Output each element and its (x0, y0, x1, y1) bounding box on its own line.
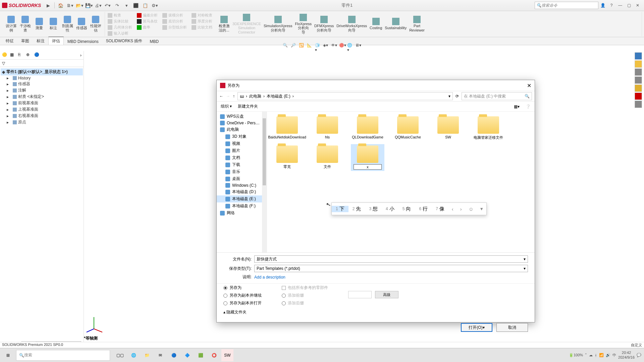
taskpane-library-icon[interactable] (635, 68, 642, 76)
new-icon[interactable]: 🗎▾ (66, 1, 74, 9)
start-button[interactable]: ⊞ (0, 348, 16, 362)
nav-fwd-icon[interactable]: → (226, 94, 230, 99)
hide-folders-toggle[interactable]: ▴ 隐藏文件夹 (223, 308, 262, 316)
minimize-icon[interactable]: — (616, 2, 624, 9)
app-icon-2[interactable]: 🔷 (181, 349, 193, 361)
tree-item[interactable]: ▸ 注解 (1, 87, 83, 94)
ribbon-button[interactable]: SimulationXpress 分析向导 (262, 15, 294, 33)
close-icon[interactable]: ✕ (634, 2, 641, 9)
undo-icon[interactable]: ↶▾ (104, 1, 112, 9)
battery-icon[interactable]: 🔋100% (569, 353, 583, 357)
ribbon-item[interactable]: 分型线分析 (162, 24, 187, 30)
fm-tab-dim-icon[interactable]: ⊕ (26, 52, 32, 58)
nav-item[interactable]: 3D 对象 (217, 133, 267, 140)
advanced-button[interactable]: 高级 (375, 291, 398, 298)
command-tab[interactable]: SOLIDWORKS 插件 (102, 37, 146, 45)
nav-item[interactable]: 音乐 (217, 168, 267, 175)
nav-item[interactable]: 视频 (217, 140, 267, 147)
bluetooth-icon[interactable]: ᚼ (595, 353, 597, 357)
fm-tab-prop-icon[interactable]: ▦ (10, 52, 16, 58)
ribbon-item[interactable]: 底切分析 (162, 18, 187, 24)
user-icon[interactable]: 👤 (599, 2, 606, 9)
tree-item[interactable]: ▸ 传感器 (1, 81, 83, 87)
ribbon-button[interactable]: 传感器 (74, 17, 89, 31)
ime-control[interactable]: › (457, 206, 465, 212)
view-mode-icon[interactable]: ▦▾ (514, 104, 520, 109)
tree-item[interactable]: ▸ 上视基准面 (1, 106, 83, 113)
dialog-search-input[interactable]: 在 本地磁盘 (E:) 中搜索 🔍 (462, 92, 532, 100)
tree-item[interactable]: ▸ 前视基准面 (1, 100, 83, 106)
settings-icon[interactable]: ⚙▾ (151, 1, 159, 9)
taskpane-explorer-icon[interactable] (635, 76, 642, 84)
ime-control[interactable]: ‹ (448, 206, 457, 212)
nav-item[interactable]: 本地磁盘 (E:) (217, 195, 267, 202)
app-icon-4[interactable]: ⭕ (208, 349, 220, 361)
folder-item[interactable]: 电脑管家迁移文件 (472, 115, 505, 141)
ribbon-item[interactable]: 对称检查 (191, 12, 213, 18)
wifi-icon[interactable]: 📶 (599, 353, 604, 357)
nav-scrollbar[interactable] (262, 112, 267, 252)
dialog-help-icon[interactable]: ❔ (526, 104, 531, 109)
fm-tab-tree-icon[interactable]: 🟡 (2, 52, 8, 58)
folder-item-renaming[interactable]: x (351, 144, 384, 171)
section-view-icon[interactable]: 📐 (307, 43, 313, 49)
organize-menu[interactable]: 组织 ▾ (221, 104, 232, 109)
refresh-icon[interactable]: ⟳ (455, 94, 459, 99)
options-icon[interactable]: 📋 (141, 1, 149, 9)
ribbon-button[interactable]: 性能评 估 (89, 15, 103, 33)
command-tab[interactable]: 特征 (2, 37, 17, 45)
new-folder-button[interactable]: 新建文件夹 (238, 104, 258, 109)
ribbon-button[interactable]: 检查激 活的... (217, 15, 231, 33)
nav-item[interactable]: Windows (C:) (217, 182, 267, 188)
nav-item[interactable]: WPS云盘 (217, 113, 267, 120)
fm-filter-row[interactable]: ▽ (0, 60, 84, 67)
tree-item[interactable]: ▸ History (1, 75, 83, 81)
view-settings-icon[interactable]: 🖥▾ (355, 43, 361, 49)
ribbon-item[interactable]: 厚度分析 (191, 18, 213, 24)
nav-item[interactable]: 图片 (217, 147, 267, 154)
ribbon-button[interactable]: 3DEXPERIENCE Simulation Connector (231, 13, 262, 35)
ribbon-item[interactable]: 比较文档 (191, 24, 213, 30)
volume-icon[interactable]: 🔊 (606, 353, 610, 357)
nav-back-icon[interactable]: ← (219, 94, 223, 99)
fm-tab-config-icon[interactable]: ⎘ (18, 52, 24, 58)
folder-item[interactable]: QLDownloadGame (351, 115, 384, 141)
explorer-icon[interactable]: 📁 (141, 349, 153, 361)
nav-item[interactable]: OneDrive - Pers… (217, 120, 267, 126)
folder-item[interactable]: BaiduNetdiskDownload (270, 115, 304, 141)
caret-icon[interactable]: ▶ (44, 1, 52, 9)
dialog-close-icon[interactable]: ✕ (527, 82, 531, 89)
ribbon-item[interactable]: 偏差分析 (136, 12, 158, 18)
select-icon[interactable]: ▾ (122, 1, 130, 9)
print-icon[interactable]: 🖨▾ (94, 1, 102, 9)
cloud-icon[interactable]: ☁ (589, 353, 593, 357)
ime-candidate[interactable]: 2 先 (348, 206, 365, 212)
rebuild-icon[interactable]: ⬛ (132, 1, 140, 9)
task-view-icon[interactable]: ▢▢ (114, 349, 126, 361)
tray-up-icon[interactable]: ˄ (585, 353, 587, 357)
edge-icon[interactable]: 🌐 (127, 349, 140, 361)
command-tab[interactable]: 标注 (33, 37, 48, 45)
prev-view-icon[interactable]: 🔁 (299, 43, 305, 49)
nav-item[interactable]: 此电脑 (217, 126, 267, 133)
folder-item[interactable]: QQMusicCache (391, 115, 425, 141)
taskpane-home-icon[interactable] (635, 60, 642, 68)
ribbon-button[interactable]: 测量 (32, 17, 46, 31)
folder-item[interactable]: SW (431, 115, 465, 141)
appearance-icon[interactable]: 🔴▾ (339, 43, 345, 49)
breadcrumb[interactable]: 🖴› 此电脑› 本地磁盘 (E:)› ▾ (237, 92, 453, 100)
app-icon-3[interactable]: 🟩 (195, 349, 207, 361)
file-pane[interactable]: BaiduNetdiskDownloadhlsQLDownloadGameQQM… (267, 112, 535, 252)
nav-item[interactable]: 文档 (217, 154, 267, 161)
ime-candidate[interactable]: 3 想 (365, 206, 382, 212)
ribbon-button[interactable]: Sustainability (383, 17, 408, 31)
ribbon-button[interactable]: DriveWorksXpress 向导 (335, 15, 368, 33)
taskpane-resources-icon[interactable] (635, 52, 642, 60)
ribbon-item[interactable]: 检查 (107, 12, 133, 18)
ribbon-button[interactable]: 设计算 例 (4, 15, 18, 33)
fm-expand-icon[interactable]: › (80, 53, 82, 58)
ime-candidate-bar[interactable]: 1 下2 先3 想4 小5 向6 行7 像‹›☺▾ (331, 202, 487, 215)
save-copy-open-radio[interactable]: 另存为副本并打开 (223, 300, 262, 306)
solidworks-taskbar-icon[interactable]: SW (221, 349, 233, 361)
taskpane-appearance-icon[interactable] (635, 93, 642, 100)
